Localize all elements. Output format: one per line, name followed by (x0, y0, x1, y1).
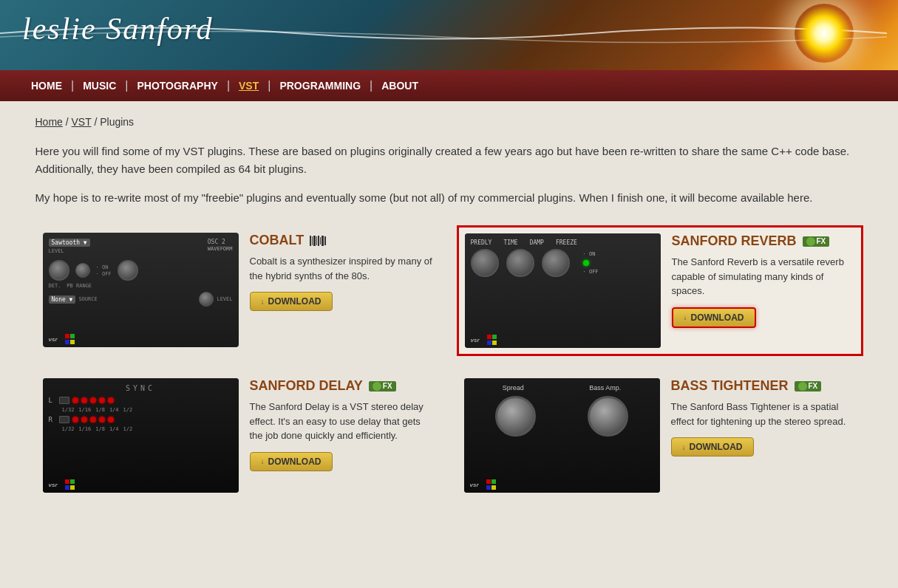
reverb-knob-time (506, 249, 534, 277)
bass-win-logo (486, 479, 497, 490)
win-logo-r-blue (487, 341, 491, 345)
delay-led-L4 (99, 397, 105, 403)
nav-music[interactable]: MUSIC (74, 80, 125, 92)
delay-led-R1 (72, 417, 78, 423)
win-logo-r-green (492, 335, 497, 339)
cobalt-knob-3 (118, 260, 138, 281)
nav-photography[interactable]: PHOTOGRAPHY (128, 80, 226, 92)
breadcrumb-home[interactable]: Home (35, 116, 63, 128)
delay-sync-label: SYNC (49, 384, 233, 392)
win-logo-r-red (487, 335, 491, 339)
reverb-label-damp: DAMP (530, 239, 544, 246)
reverb-download-button[interactable]: ↓ DOWNLOAD (672, 307, 756, 328)
delay-download-button[interactable]: ↓ DOWNLOAD (250, 452, 333, 471)
header-wave (0, 22, 887, 44)
cobalt-knob-2 (75, 263, 90, 278)
delay-led-R3 (90, 417, 96, 423)
delay-info: SANFORD DELAY FX The Sanford Delay is a … (250, 378, 435, 471)
reverb-led-on (583, 260, 589, 266)
plugin-grid: Sawtooth ▼ LEVEL OSC 2 WAVEFORM · ON· OF… (35, 225, 863, 500)
bass-title-row: BASS TIGHTENER FX (671, 378, 856, 394)
nav-programming[interactable]: PROGRAMMING (271, 80, 370, 92)
reverb-vst-logo: vsr (471, 337, 480, 343)
fx-badge-icon (806, 237, 815, 246)
plugin-cobalt: Sawtooth ▼ LEVEL OSC 2 WAVEFORM · ON· OF… (35, 225, 442, 356)
delay-led-L5 (108, 397, 114, 403)
delay-fx-badge-icon (373, 382, 381, 391)
cobalt-thumbnail: Sawtooth ▼ LEVEL OSC 2 WAVEFORM · ON· OF… (43, 233, 239, 347)
bass-download-label: DOWNLOAD (690, 442, 743, 452)
cobalt-osc1: Sawtooth ▼ LEVEL (49, 239, 90, 254)
nav-home[interactable]: HOME (22, 80, 71, 92)
reverb-thumbnail: PREDLY TIME DAMP FREEZE · ON (465, 233, 661, 348)
cobalt-switches: · ON· OFF (96, 264, 112, 277)
cobalt-barcode-icon (310, 235, 326, 247)
delay-vst-logo: vsr (49, 482, 58, 488)
win-logo-green (70, 334, 75, 338)
reverb-title-row: SANFORD REVERB FX (672, 233, 855, 249)
bass-label-bass-amp: Bass Amp. (589, 384, 621, 392)
bass-thumbnail: Spread Bass Amp. vsr (464, 378, 660, 493)
delay-led-L2 (81, 397, 87, 403)
cobalt-download-button[interactable]: ↓ DOWNLOAD (250, 292, 333, 311)
bar2 (312, 236, 313, 245)
breadcrumb-sep-1: / (66, 116, 72, 128)
win-logo-r-yellow (492, 341, 497, 345)
cobalt-osc2: OSC 2 WAVEFORM (208, 239, 233, 254)
bass-knob-amp (588, 396, 628, 437)
cobalt-info: COBALT Cobalt is a synthesizer inspired … (250, 233, 435, 311)
delay-label2-14: 1/4 (109, 426, 119, 432)
cobalt-bottom-row: None ▼ SOURCE LEVEL (49, 292, 233, 307)
delay-desc: The Sanford Delay is a VST stereo delay … (250, 400, 435, 443)
reverb-off-label: · OFF (583, 269, 599, 275)
win-logo-b-blue (486, 485, 491, 490)
win-logo-b-red (486, 479, 491, 484)
delay-label2-12: 1/2 (123, 426, 133, 432)
plugin-delay: SYNC L 1/32 1/16 (35, 371, 442, 500)
delay-title-row: SANFORD DELAY FX (250, 378, 435, 394)
reverb-label-predly: PREDLY (471, 239, 492, 246)
win-logo-d-yellow (70, 485, 75, 490)
delay-label-132: 1/32 (62, 407, 75, 413)
bar3 (313, 236, 316, 246)
bass-info: BASS TIGHTENER FX The Sanford Bass Tight… (671, 378, 856, 457)
cobalt-knob-4 (199, 292, 214, 307)
reverb-title: SANFORD REVERB (672, 233, 797, 249)
bass-download-button[interactable]: ↓ DOWNLOAD (671, 437, 754, 457)
nav-about[interactable]: ABOUT (373, 80, 427, 92)
reverb-info: SANFORD REVERB FX The Sanford Reverb is … (672, 233, 855, 328)
bass-knobs-row (470, 396, 654, 437)
delay-label-14: 1/4 (109, 407, 119, 413)
delay-led-R2 (81, 417, 87, 423)
reverb-download-arrow: ↓ (684, 313, 687, 321)
navigation: HOME | MUSIC | PHOTOGRAPHY | VST | PROGR… (0, 70, 898, 101)
win-logo-d-red (65, 479, 69, 484)
reverb-desc: The Sanford Reverb is a versatile reverb… (672, 255, 855, 298)
delay-led-L1 (72, 397, 78, 403)
bar4 (316, 236, 317, 245)
delay-ch-L: L (49, 397, 56, 404)
reverb-download-label: DOWNLOAD (691, 312, 744, 323)
bass-fx-badge: FX (795, 381, 822, 392)
cobalt-source-select: None ▼ (49, 295, 76, 304)
delay-title: SANFORD DELAY (250, 378, 363, 394)
cobalt-vst-logo: vsr (49, 336, 58, 343)
breadcrumb: Home / VST / Plugins (35, 116, 863, 128)
delay-label2-116: 1/16 (78, 426, 91, 432)
bar7 (322, 236, 324, 246)
cobalt-title-row: COBALT (250, 233, 435, 248)
delay-time-labels-2: 1/32 1/16 1/8 1/4 1/2 (62, 426, 233, 432)
delay-label-18: 1/8 (95, 407, 105, 413)
bass-desc: The Sanford Bass Tightener is a spatial … (671, 400, 856, 428)
breadcrumb-vst[interactable]: VST (72, 116, 92, 128)
win-logo-b-yellow (491, 485, 496, 490)
reverb-led-row (583, 260, 599, 266)
delay-label2-18: 1/8 (95, 426, 105, 432)
cobalt-knobs-row: · ON· OFF (49, 260, 233, 281)
nav-vst[interactable]: VST (230, 80, 268, 92)
bar8 (324, 236, 326, 245)
reverb-knob-labels: PREDLY TIME DAMP FREEZE (471, 239, 655, 246)
bass-label-spread: Spread (503, 384, 524, 392)
win-logo-d-green (70, 479, 75, 484)
cobalt-win-logo (65, 334, 75, 344)
